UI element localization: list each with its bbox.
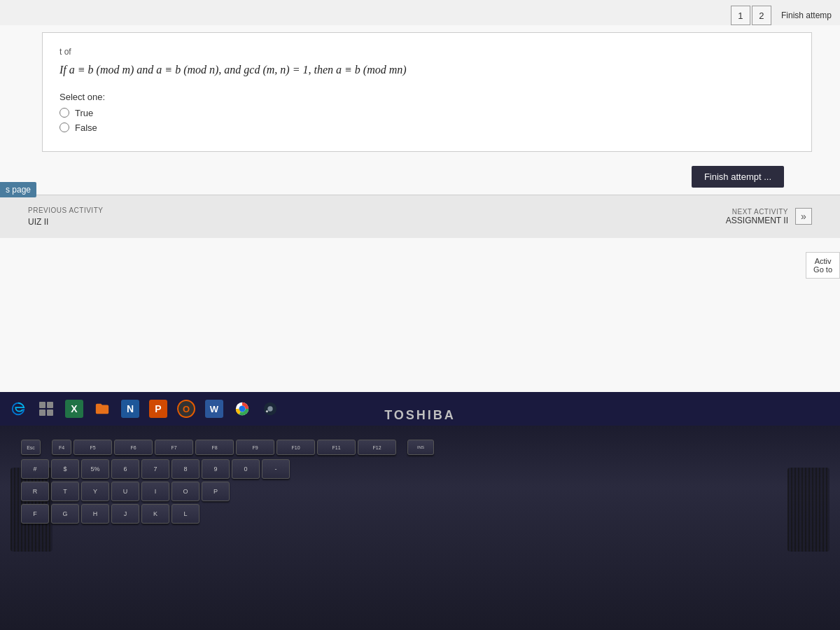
powerpoint-taskbar-icon[interactable]: P bbox=[146, 396, 171, 421]
radio-true[interactable] bbox=[59, 108, 69, 118]
key-i[interactable]: I bbox=[141, 482, 169, 501]
key-f5[interactable]: F5 bbox=[74, 440, 112, 455]
select-one-label: Select one: bbox=[59, 92, 794, 102]
next-activity-info: NEXT ACTIVITY ASSIGNMENT II bbox=[726, 208, 788, 225]
word-taskbar-icon[interactable]: W bbox=[202, 396, 227, 421]
key-y[interactable]: Y bbox=[81, 482, 109, 501]
s-page-label[interactable]: s page bbox=[0, 182, 36, 197]
option-true[interactable]: True bbox=[59, 108, 794, 118]
key-3[interactable]: # bbox=[21, 459, 49, 479]
go-to-label: Go to bbox=[813, 265, 832, 274]
key-5[interactable]: 5% bbox=[81, 459, 109, 479]
key-f7[interactable]: F7 bbox=[155, 440, 193, 455]
prev-activity[interactable]: PREVIOUS ACTIVITY UIZ II bbox=[28, 205, 103, 228]
key-6[interactable]: 6 bbox=[111, 459, 139, 479]
fn-key-row: Esc F4 F5 F6 F7 F8 F9 F10 F11 F12 INS bbox=[21, 440, 819, 455]
key-r[interactable]: R bbox=[21, 482, 49, 501]
key-9[interactable]: 9 bbox=[202, 459, 230, 479]
key-u[interactable]: U bbox=[111, 482, 139, 501]
key-o[interactable]: O bbox=[172, 482, 200, 501]
steam-taskbar-icon[interactable] bbox=[258, 396, 283, 421]
key-ins[interactable]: INS bbox=[407, 440, 434, 455]
top-bar: 1 2 Finish attemp bbox=[0, 0, 840, 25]
key-h[interactable]: H bbox=[81, 504, 109, 524]
next-activity-label: NEXT ACTIVITY bbox=[726, 208, 788, 216]
file-explorer-icon[interactable] bbox=[90, 396, 115, 421]
toshiba-brand-label: TOSHIBA bbox=[384, 408, 456, 423]
laptop-body: Esc F4 F5 F6 F7 F8 F9 F10 F11 F12 INS # … bbox=[0, 426, 840, 630]
key-f11[interactable]: F11 bbox=[317, 440, 356, 455]
bottom-area: Finish attempt ... bbox=[0, 159, 812, 195]
key-f[interactable]: F bbox=[21, 504, 49, 524]
radio-false[interactable] bbox=[59, 122, 69, 132]
key-j[interactable]: J bbox=[111, 504, 139, 524]
next-activity[interactable]: NEXT ACTIVITY ASSIGNMENT II » bbox=[726, 208, 812, 225]
active-go-to: Activ Go to bbox=[806, 252, 840, 279]
finish-attempt-button[interactable]: Finish attempt ... bbox=[692, 166, 784, 188]
key-0[interactable]: 0 bbox=[232, 459, 260, 479]
nav-btn-1[interactable]: 1 bbox=[731, 6, 750, 25]
question-text: If a ≡ b (mod m) and a ≡ b (mod n), and … bbox=[59, 61, 794, 79]
option-false-label: False bbox=[75, 122, 97, 133]
keyboard-area: Esc F4 F5 F6 F7 F8 F9 F10 F11 F12 INS # … bbox=[21, 440, 819, 526]
next-chevron-icon[interactable]: » bbox=[795, 208, 812, 225]
key-7[interactable]: 7 bbox=[141, 459, 169, 479]
active-label: Activ bbox=[813, 257, 832, 265]
previous-activity-name: UIZ II bbox=[28, 216, 103, 228]
nav-buttons: 1 2 bbox=[731, 6, 771, 25]
windows-grid-icon[interactable] bbox=[34, 396, 59, 421]
qwerty-key-row: R T Y U I O P bbox=[21, 482, 819, 501]
svg-point-7 bbox=[267, 406, 272, 411]
next-activity-name: ASSIGNMENT II bbox=[726, 216, 788, 225]
option-false[interactable]: False bbox=[59, 122, 794, 133]
key-f4[interactable]: F4 bbox=[52, 440, 71, 455]
key-f10[interactable]: F10 bbox=[276, 440, 315, 455]
key-k[interactable]: K bbox=[141, 504, 169, 524]
finish-attempt-top-label: Finish attemp bbox=[781, 10, 832, 20]
svg-rect-0 bbox=[39, 402, 46, 408]
key-g[interactable]: G bbox=[51, 504, 79, 524]
key-p[interactable]: P bbox=[202, 482, 230, 501]
svg-rect-2 bbox=[39, 410, 46, 416]
navigation-bar: PREVIOUS ACTIVITY UIZ II NEXT ACTIVITY A… bbox=[0, 195, 840, 238]
svg-rect-3 bbox=[47, 410, 53, 416]
notepad-taskbar-icon[interactable]: N bbox=[118, 396, 143, 421]
edge-taskbar-icon[interactable] bbox=[6, 396, 31, 421]
excel-taskbar-icon[interactable]: X bbox=[62, 396, 87, 421]
key-f6[interactable]: F6 bbox=[114, 440, 153, 455]
key-t[interactable]: T bbox=[51, 482, 79, 501]
main-content: s page t of If a ≡ b (mod m) and a ≡ b (… bbox=[0, 25, 840, 392]
key-esc[interactable]: Esc bbox=[21, 440, 41, 455]
question-area: t of If a ≡ b (mod m) and a ≡ b (mod n),… bbox=[42, 32, 812, 152]
screen: 1 2 Finish attemp s page t of If a ≡ b (… bbox=[0, 0, 840, 392]
svg-point-5 bbox=[239, 405, 245, 412]
key-minus[interactable]: - bbox=[262, 459, 290, 479]
key-f8[interactable]: F8 bbox=[195, 440, 234, 455]
number-key-row: # $ 5% 6 7 8 9 0 - bbox=[21, 459, 819, 479]
previous-activity-label: PREVIOUS ACTIVITY bbox=[28, 205, 103, 216]
key-l[interactable]: L bbox=[172, 504, 200, 524]
origin-taskbar-icon[interactable]: O bbox=[174, 396, 199, 421]
taskbar: X N P O W TO bbox=[0, 392, 840, 426]
key-f9[interactable]: F9 bbox=[236, 440, 274, 455]
question-number-label: t of bbox=[59, 47, 794, 57]
home-key-row: F G H J K L bbox=[21, 504, 819, 524]
key-f12[interactable]: F12 bbox=[358, 440, 396, 455]
key-4[interactable]: $ bbox=[51, 459, 79, 479]
nav-btn-2[interactable]: 2 bbox=[752, 6, 771, 25]
option-true-label: True bbox=[75, 108, 93, 118]
chrome-taskbar-icon[interactable] bbox=[230, 396, 255, 421]
svg-rect-1 bbox=[47, 402, 53, 408]
key-8[interactable]: 8 bbox=[172, 459, 200, 479]
